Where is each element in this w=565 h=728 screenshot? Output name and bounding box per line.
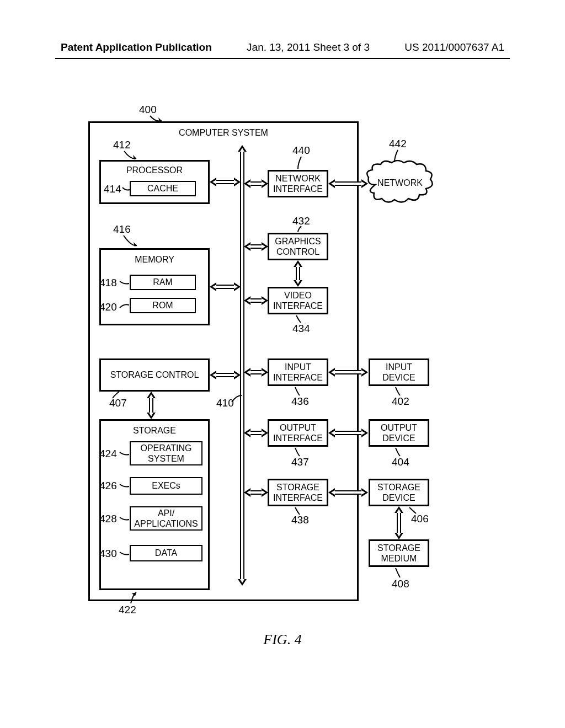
ref-436: 436 [291,395,309,408]
cache-box: CACHE [130,181,196,196]
output-interface-box: OUTPUT INTERFACE [268,419,328,447]
ref-420: 420 [99,301,117,313]
leader-424 [119,451,131,458]
input-device-box: INPUT DEVICE [369,358,429,386]
ref-414: 414 [104,183,121,195]
ref-416: 416 [113,223,131,235]
output-interface-label: OUTPUT INTERFACE [269,422,327,443]
header-left: Patent Application Publication [61,41,212,53]
leader-442 [393,149,404,164]
leader-422 [130,590,141,606]
ref-426: 426 [99,480,117,492]
execs-box: EXECs [130,477,202,495]
computer-system-title: COMPUTER SYSTEM [179,127,268,138]
header-center: Jan. 13, 2011 Sheet 3 of 3 [247,41,370,53]
ref-434: 434 [292,323,310,335]
network-interface-label: NETWORK INTERFACE [269,173,327,194]
ram-box: RAM [130,275,196,290]
output-device-label: OUTPUT DEVICE [370,422,428,443]
cache-label: CACHE [147,183,178,194]
graphics-control-box: GRAPHICS CONTROL [268,233,328,260]
network-interface-box: NETWORK INTERFACE [268,170,328,197]
storage-interface-label: STORAGE INTERFACE [269,482,327,503]
leader-416 [122,234,140,250]
leader-400 [149,115,166,124]
ref-437: 437 [291,456,309,468]
leader-426 [119,483,131,490]
leader-412 [123,150,140,162]
data-label: DATA [155,548,177,558]
ref-442: 442 [389,138,407,150]
storage-interface-box: STORAGE INTERFACE [268,479,328,506]
input-interface-box: INPUT INTERFACE [268,358,328,386]
leader-430 [119,551,131,558]
rom-label: ROM [152,300,173,311]
bus-line [240,150,244,580]
leader-437 [294,447,305,458]
storage-control-label: STORAGE CONTROL [110,370,199,380]
input-interface-label: INPUT INTERFACE [269,362,327,383]
ref-424: 424 [99,448,117,460]
storage-device-label: STORAGE DEVICE [370,482,428,503]
ref-418: 418 [99,277,117,289]
leader-418 [119,280,131,287]
ref-404: 404 [392,456,409,468]
bus-arrow-bottom [238,579,247,586]
data-box: DATA [130,545,202,561]
processor-label: PROCESSOR [126,165,183,175]
api-applications-label: API/ APPLICATIONS [131,508,201,529]
storage-medium-label: STORAGE MEDIUM [370,543,428,564]
storage-control-box: STORAGE CONTROL [99,358,210,392]
leader-420 [119,302,131,310]
network-text: NETWORK [377,178,423,188]
leader-428 [119,516,131,523]
leader-407 [111,390,121,399]
leader-402 [395,386,406,397]
leader-432 [297,225,308,234]
video-interface-box: VIDEO INTERFACE [268,287,328,314]
leader-438 [294,506,305,516]
ref-428: 428 [99,513,117,525]
ref-400: 400 [139,104,157,116]
memory-label: MEMORY [135,254,174,265]
leader-440 [297,156,308,171]
ram-label: RAM [153,277,173,287]
output-device-box: OUTPUT DEVICE [369,419,429,447]
page-header: Patent Application Publication Jan. 13, … [0,0,565,58]
rom-box: ROM [130,298,196,313]
video-interface-label: VIDEO INTERFACE [269,290,327,311]
storage-device-box: STORAGE DEVICE [369,479,429,506]
leader-436 [294,386,305,397]
leader-434 [295,314,306,324]
storage-label: STORAGE [133,425,176,436]
graphics-control-label: GRAPHICS CONTROL [269,236,327,257]
bus-arrow-top [238,145,247,152]
header-right: US 2011/0007637 A1 [404,41,504,53]
operating-system-label: OPERATING SYSTEM [131,443,201,464]
header-divider [55,58,510,59]
ref-402: 402 [392,395,409,408]
leader-410 [231,394,244,404]
figure-label: FIG. 4 [0,631,565,648]
operating-system-box: OPERATING SYSTEM [130,441,202,465]
ref-440: 440 [292,144,310,157]
storage-medium-box: STORAGE MEDIUM [369,539,429,567]
leader-414 [121,186,131,193]
leader-406 [408,506,419,515]
ref-412: 412 [113,139,131,151]
diagram-container: COMPUTER SYSTEM 400 410 PROCESSOR CACHE … [77,110,463,623]
network-cloud: NETWORK [364,160,436,207]
ref-408: 408 [392,578,409,590]
leader-404 [395,447,406,458]
ref-422: 422 [119,604,136,616]
api-applications-box: API/ APPLICATIONS [130,506,202,531]
input-device-label: INPUT DEVICE [370,362,428,383]
ref-430: 430 [99,548,117,560]
execs-label: EXECs [152,480,180,491]
leader-408 [395,567,406,579]
